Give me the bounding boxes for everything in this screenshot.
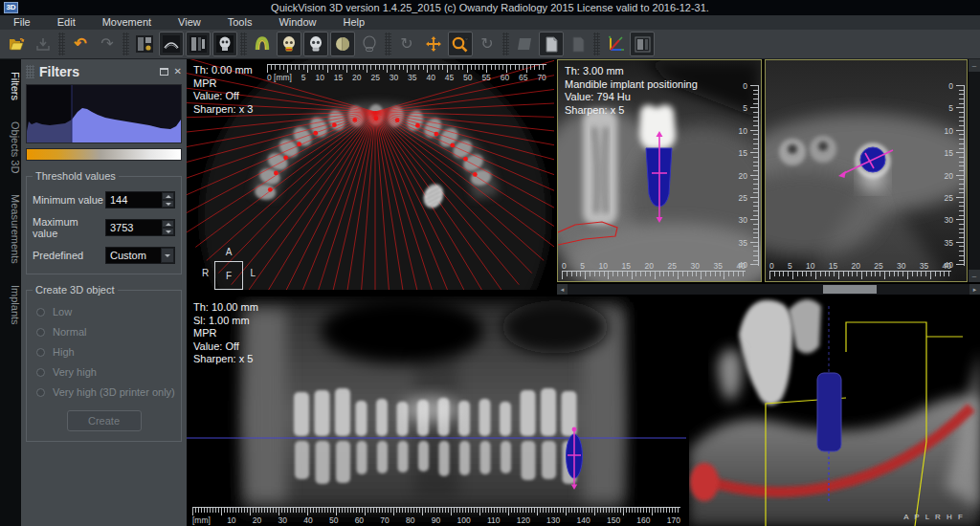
sidebar-tab-measurements[interactable]: Measurements (0, 186, 21, 273)
toolbar-separator (502, 33, 509, 55)
quality-option-low[interactable]: Low (36, 306, 175, 318)
ruler-label: 10 (806, 261, 814, 271)
ruler-label: 50 (329, 515, 338, 525)
skull-tissue-button[interactable] (277, 32, 301, 56)
arrow-down-icon (166, 203, 171, 206)
ruler-label: 100 (457, 515, 470, 525)
layout-mpr-icon (136, 35, 153, 53)
snapshot-tool-button[interactable] (539, 32, 564, 56)
arch-tool-button[interactable] (250, 32, 275, 56)
mode-label: MPR (193, 327, 258, 340)
ruler-label: 20 (352, 73, 361, 82)
scroll-down-button[interactable]: – (969, 270, 980, 282)
minimum-value-input[interactable]: 144 (105, 191, 175, 208)
menu-view[interactable]: View (165, 15, 214, 30)
menu-window[interactable]: Window (265, 15, 329, 30)
ruler-label: 40 (737, 261, 746, 271)
scroll-up-button[interactable]: – (969, 59, 980, 72)
settings-panel-button[interactable] (630, 32, 655, 56)
menu-edit[interactable]: Edit (44, 15, 89, 30)
radio-label: Very high (3D printer only) (53, 386, 175, 398)
menu-tools[interactable]: Tools (214, 15, 266, 30)
ruler-label: 10 (739, 126, 747, 136)
maximum-spin-up-button[interactable] (162, 220, 174, 228)
minimum-spin-up-button[interactable] (162, 192, 174, 200)
ruler-label: 5 (301, 73, 306, 82)
radio-icon (36, 388, 45, 397)
zoom-tool-button[interactable] (448, 32, 473, 56)
maximum-spin-down-button[interactable] (162, 228, 174, 235)
ruler-label: 15 (622, 261, 631, 271)
quality-option-normal[interactable]: Normal (36, 326, 175, 338)
layout-mpr-button[interactable] (132, 32, 157, 56)
axial-view[interactable]: Th: 0.00 mm MPR Value: Off Sharpen: x 3 … (187, 59, 554, 290)
ruler-label: 140 (577, 515, 590, 525)
quality-option-very-high-3d-printer[interactable]: Very high (3D printer only) (36, 386, 175, 398)
toolbar-separator (58, 33, 65, 55)
layout-panoramic-button[interactable] (159, 32, 184, 56)
ruler-label: 25 (370, 73, 379, 82)
print-page-icon (571, 36, 586, 53)
quality-option-very-high[interactable]: Very high (36, 366, 175, 378)
scrollbar-thumb[interactable] (823, 285, 877, 294)
cross-views-horizontal-scrollbar[interactable]: ◂ ▸ (557, 284, 980, 295)
predefined-dropdown[interactable]: Custom (105, 247, 175, 264)
mip-sphere-button[interactable] (330, 32, 355, 56)
minimum-spin-down-button[interactable] (162, 200, 174, 208)
menu-movement[interactable]: Movement (89, 15, 165, 30)
ruler-label: 55 (481, 73, 490, 82)
three-d-rendering (689, 296, 980, 526)
ruler-label: 80 (406, 515, 414, 525)
radio-icon (36, 348, 45, 357)
cross-section-view-2[interactable]: 0510152025303540 0510152025303540 (765, 59, 968, 282)
float-panel-icon[interactable] (160, 68, 168, 76)
pan-tool-button[interactable] (421, 32, 446, 56)
sharpen-label: Sharpen: x 5 (193, 353, 258, 366)
sidebar-tab-objects-3d[interactable]: Objects 3D (0, 113, 21, 182)
ruler-label: 60 (501, 73, 509, 82)
density-gradient-bar[interactable] (26, 148, 182, 161)
cross-section-image-2 (766, 60, 967, 281)
threshold-values-legend: Threshold values (33, 170, 119, 182)
layout-ceph-button[interactable] (212, 32, 237, 56)
import-icon (35, 36, 51, 52)
ruler-label: 120 (517, 515, 530, 525)
create-button[interactable]: Create (67, 410, 142, 431)
ruler-label: 10 (945, 126, 953, 136)
layout-panoramic-icon (163, 35, 180, 53)
ruler-label: 35 (714, 261, 723, 271)
panoramic-view[interactable]: Th: 10.00 mm Sl: 1.00 mm MPR Value: Off … (187, 296, 686, 526)
ruler-label: 10 (599, 261, 608, 271)
three-d-view[interactable]: A P L R H F (689, 296, 980, 526)
close-panel-icon[interactable]: ✕ (174, 67, 182, 77)
draw-axes-tool-button[interactable] (603, 32, 628, 56)
cross-views-vertical-scrollbar[interactable]: – – (969, 59, 980, 282)
quality-option-high[interactable]: High (36, 346, 175, 358)
ruler-label: 30 (739, 215, 747, 225)
sidebar-tab-implants[interactable]: Implants (0, 276, 21, 334)
menu-file[interactable]: File (0, 15, 44, 30)
open-patient-button[interactable] (4, 32, 29, 56)
dropdown-button[interactable] (161, 248, 174, 263)
menu-help[interactable]: Help (330, 15, 379, 30)
maximum-value-input[interactable]: 3753 (105, 219, 175, 236)
sidebar-tab-filters[interactable]: Filters (0, 63, 21, 109)
ruler-label: 90 (432, 515, 440, 525)
scroll-left-button[interactable]: ◂ (557, 284, 568, 295)
panel-window-icon (635, 36, 651, 53)
ruler-label: 30 (390, 73, 398, 82)
skull-bone-button[interactable] (303, 32, 328, 56)
implant-3d[interactable] (817, 373, 841, 451)
orientation-face: F (214, 261, 243, 290)
scroll-right-button[interactable]: ▸ (969, 284, 980, 295)
pan-move-icon (425, 35, 442, 53)
orientation-left: L (250, 268, 256, 278)
sharpen-label: Sharpen: x 3 (193, 103, 253, 117)
cross-section-view-1[interactable]: Th: 3.00 mm Mandible implant positioning… (557, 59, 762, 282)
layout-implant-button[interactable] (186, 32, 211, 56)
axes-color-icon (607, 35, 625, 53)
histogram[interactable] (26, 84, 182, 143)
undo-button[interactable]: ↶ (68, 32, 93, 56)
redo-button: ↷ (95, 32, 120, 56)
skull-bone-icon (307, 35, 324, 53)
